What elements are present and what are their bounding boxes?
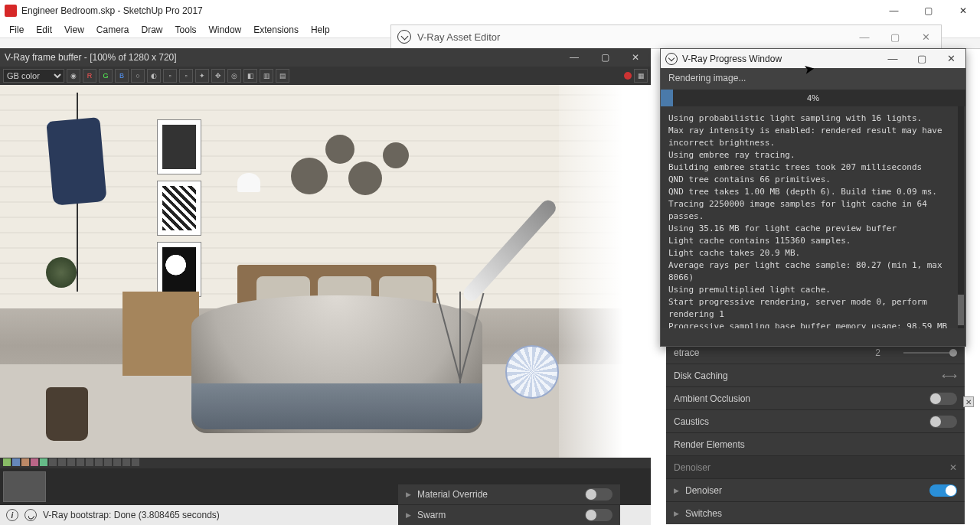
retrace-label: etrace	[674, 347, 875, 358]
menu-help[interactable]: Help	[305, 24, 336, 35]
vfb-lens-button[interactable]: ▤	[276, 69, 289, 83]
vfb-save-button[interactable]: ▫	[163, 69, 177, 83]
log-scrollbar-thumb[interactable]	[958, 295, 964, 325]
caustics-toggle[interactable]	[929, 416, 957, 428]
progress-bar-fill	[661, 90, 673, 106]
material-override-label: Material Override	[417, 489, 585, 500]
caustics-row[interactable]: Caustics	[666, 409, 965, 432]
main-minimize-button[interactable]: —	[877, 0, 911, 21]
progress-titlebar[interactable]: V-Ray Progress Window — ▢ ✕	[661, 49, 965, 68]
vfb-cc-button[interactable]: ▥	[260, 69, 273, 83]
vfb-green-channel-button[interactable]: G	[99, 69, 113, 83]
main-close-button[interactable]: ✕	[946, 0, 980, 21]
asset-editor-minimize-button[interactable]: —	[849, 25, 880, 49]
menu-view[interactable]: View	[58, 24, 90, 35]
main-title: Engineer Bedroom.skp - SketchUp Pro 2017	[21, 5, 877, 16]
vfb-status-text: V-Ray bootstrap: Done (3.808465 seconds)	[43, 510, 220, 520]
menu-draw[interactable]: Draw	[136, 24, 169, 35]
render-viewport[interactable]	[0, 85, 651, 458]
vfb-title: V-Ray frame buffer - [100% of 1280 x 720…	[5, 52, 559, 63]
denoiser-toggle[interactable]	[929, 484, 957, 497]
denoiser-label: Denoiser	[685, 485, 929, 496]
main-titlebar[interactable]: Engineer Bedroom.skp - SketchUp Pro 2017…	[0, 0, 980, 21]
expand-icon[interactable]: ⟷	[942, 370, 957, 382]
vfb-track-button[interactable]: ◎	[227, 69, 241, 83]
ambient-occlusion-row[interactable]: Ambient Occlusion	[666, 386, 965, 409]
switches-row[interactable]: ▶ Switches	[666, 501, 965, 524]
vfb-color-swatches[interactable]	[0, 458, 651, 468]
denoiser-closed-row[interactable]: Denoiser ✕	[666, 455, 965, 478]
vfb-region-button[interactable]: ✥	[211, 69, 225, 83]
switches-label: Switches	[685, 508, 957, 519]
vfb-link-button[interactable]: ◧	[243, 69, 257, 83]
render-elements-label: Render Elements	[674, 439, 957, 450]
vfb-close-button[interactable]: ✕	[620, 48, 651, 67]
info-icon: i	[6, 509, 18, 521]
progress-maximize-button[interactable]: ▢	[907, 49, 936, 68]
swarm-label: Swarm	[417, 510, 585, 520]
progress-close-button[interactable]: ✕	[936, 49, 965, 68]
progress-percent: 4%	[807, 93, 819, 103]
asset-settings-panel: etrace 2 Disk Caching ⟷ Ambient Occlusio…	[666, 341, 965, 524]
denoiser-row[interactable]: ▶ Denoiser	[666, 478, 965, 501]
vfb-blue-channel-button[interactable]: B	[115, 69, 129, 83]
disk-caching-label: Disk Caching	[674, 370, 942, 381]
denoiser-remove-button[interactable]: ✕	[949, 462, 957, 473]
render-elements-row[interactable]: Render Elements	[666, 432, 965, 455]
progress-status-text: Rendering image...	[661, 68, 965, 90]
menu-extensions[interactable]: Extensions	[247, 24, 305, 35]
vfb-stop-render-button[interactable]	[624, 72, 632, 80]
asset-editor-titlebar[interactable]: V-Ray Asset Editor — ▢ ✕	[390, 24, 942, 48]
swarm-toggle[interactable]	[585, 509, 612, 521]
menu-window[interactable]: Window	[203, 24, 248, 35]
vfb-red-channel-button[interactable]: R	[83, 69, 96, 83]
vfb-minimize-button[interactable]: —	[559, 48, 590, 67]
vfb-load-button[interactable]: ▫	[179, 69, 193, 83]
vray-icon	[665, 53, 678, 65]
chevron-right-icon: ▶	[406, 491, 411, 498]
vfb-clear-button[interactable]: ✦	[195, 69, 209, 83]
retrace-slider[interactable]	[903, 352, 957, 354]
material-override-panel: ▶ Material Override ▶ Swarm	[398, 484, 620, 525]
denoiser-closed-label: Denoiser	[674, 462, 949, 473]
vfb-mono-button[interactable]: ○	[131, 69, 145, 83]
progress-bar: 4%	[661, 90, 965, 106]
ambient-occlusion-label: Ambient Occlusion	[674, 393, 929, 404]
chevron-right-icon: ▶	[674, 487, 679, 494]
vfb-toolbar: GB color ◉ R G B ○ ◐ ▫ ▫ ✦ ✥ ◎ ◧ ▥ ▤ ▦	[0, 67, 651, 85]
disk-caching-row[interactable]: Disk Caching ⟷	[666, 364, 965, 386]
progress-window: V-Ray Progress Window — ▢ ✕ Rendering im…	[660, 48, 966, 347]
asset-editor-close-button[interactable]: ✕	[910, 25, 941, 49]
menu-edit[interactable]: Edit	[30, 24, 58, 35]
swarm-row[interactable]: ▶ Swarm	[398, 504, 620, 525]
sketchup-icon	[5, 5, 17, 17]
vfb-render-button[interactable]: ▦	[634, 69, 648, 83]
caustics-label: Caustics	[674, 416, 929, 427]
channel-select[interactable]: GB color	[3, 69, 64, 83]
asset-editor-maximize-button[interactable]: ▢	[880, 25, 910, 49]
progress-minimize-button[interactable]: —	[878, 49, 907, 68]
vfb-btn-rgb-icon[interactable]: ◉	[67, 69, 80, 83]
menu-camera[interactable]: Camera	[90, 24, 136, 35]
progress-title: V-Ray Progress Window	[682, 54, 878, 64]
frame-buffer-window: V-Ray frame buffer - [100% of 1280 x 720…	[0, 48, 651, 525]
history-thumb[interactable]	[3, 471, 46, 502]
material-override-toggle[interactable]	[585, 488, 612, 501]
vfb-switch-button[interactable]: ◐	[147, 69, 161, 83]
chevron-right-icon: ▶	[406, 511, 411, 519]
ambient-occlusion-toggle[interactable]	[929, 393, 957, 405]
main-maximize-button[interactable]: ▢	[911, 0, 946, 21]
person-icon: ◡	[24, 509, 37, 521]
vfb-maximize-button[interactable]: ▢	[590, 48, 620, 67]
menu-file[interactable]: File	[3, 24, 30, 35]
tray-close-button[interactable]: ✕	[963, 396, 974, 407]
asset-editor-title: V-Ray Asset Editor	[417, 31, 849, 43]
chevron-right-icon: ▶	[674, 510, 679, 517]
vfb-titlebar[interactable]: V-Ray frame buffer - [100% of 1280 x 720…	[0, 48, 651, 67]
menu-tools[interactable]: Tools	[169, 24, 203, 35]
progress-log[interactable]: Using probabilistic light sampling with …	[661, 106, 965, 328]
retrace-value: 2	[875, 347, 880, 358]
material-override-row[interactable]: ▶ Material Override	[398, 484, 620, 504]
vray-icon	[397, 30, 411, 44]
